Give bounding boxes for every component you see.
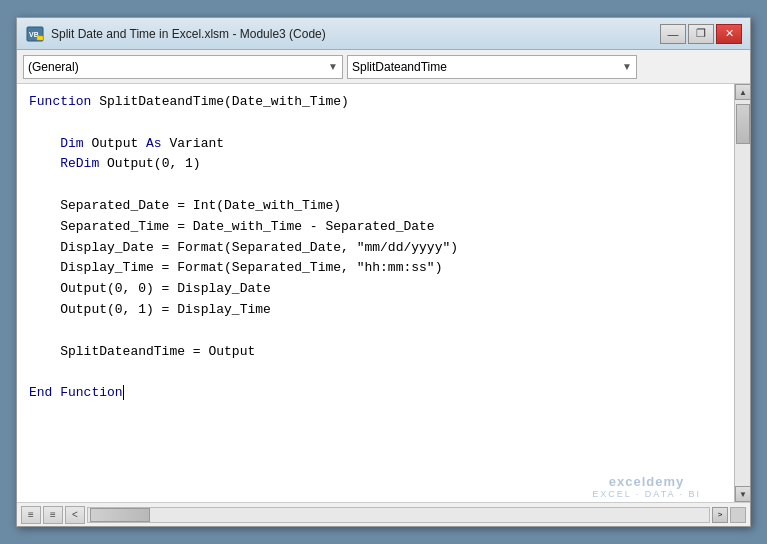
code-line-5 bbox=[29, 175, 722, 196]
code-container: Function SplitDateandTime(Date_with_Time… bbox=[17, 84, 750, 502]
general-dropdown[interactable]: (General) ▼ bbox=[23, 55, 343, 79]
code-line-12 bbox=[29, 321, 722, 342]
minimize-button[interactable]: — bbox=[660, 24, 686, 44]
vertical-scrollbar[interactable]: ▲ ▼ bbox=[734, 84, 750, 502]
procedure-dropdown[interactable]: SplitDateandTime ▼ bbox=[347, 55, 637, 79]
scroll-right-button[interactable]: > bbox=[712, 507, 728, 523]
restore-button[interactable]: ❐ bbox=[688, 24, 714, 44]
general-dropdown-label: (General) bbox=[28, 60, 79, 74]
code-line-15: End Function bbox=[29, 383, 722, 404]
window-title: Split Date and Time in Excel.xlsm - Modu… bbox=[51, 27, 660, 41]
scroll-thumb-v[interactable] bbox=[736, 104, 750, 144]
vba-editor-window: VB Split Date and Time in Excel.xlsm - M… bbox=[16, 17, 751, 527]
code-line-6: Separated_Date = Int(Date_with_Time) bbox=[29, 196, 722, 217]
code-line-11: Output(0, 1) = Display_Time bbox=[29, 300, 722, 321]
scroll-down-button[interactable]: ▼ bbox=[735, 486, 750, 502]
scroll-track-v bbox=[735, 100, 750, 486]
code-line-3: Dim Output As Variant bbox=[29, 134, 722, 155]
procedure-dropdown-arrow: ▼ bbox=[622, 61, 632, 72]
size-grip bbox=[730, 507, 746, 523]
view-btn-2[interactable]: ≡ bbox=[43, 506, 63, 524]
code-editor[interactable]: Function SplitDateandTime(Date_with_Time… bbox=[17, 84, 734, 502]
code-line-4: ReDim Output(0, 1) bbox=[29, 154, 722, 175]
view-btn-1[interactable]: ≡ bbox=[21, 506, 41, 524]
vba-icon: VB bbox=[25, 24, 45, 44]
title-bar: VB Split Date and Time in Excel.xlsm - M… bbox=[17, 18, 750, 50]
code-line-13: SplitDateandTime = Output bbox=[29, 342, 722, 363]
code-line-2 bbox=[29, 113, 722, 134]
status-bar: ≡ ≡ < > bbox=[17, 502, 750, 526]
scroll-thumb-h[interactable] bbox=[90, 508, 150, 522]
code-line-9: Display_Time = Format(Separated_Time, "h… bbox=[29, 258, 722, 279]
horizontal-scrollbar[interactable] bbox=[87, 507, 710, 523]
svg-rect-2 bbox=[37, 36, 43, 40]
code-line-10: Output(0, 0) = Display_Date bbox=[29, 279, 722, 300]
code-line-7: Separated_Time = Date_with_Time - Separa… bbox=[29, 217, 722, 238]
general-dropdown-arrow: ▼ bbox=[328, 61, 338, 72]
code-line-8: Display_Date = Format(Separated_Date, "m… bbox=[29, 238, 722, 259]
scroll-up-button[interactable]: ▲ bbox=[735, 84, 750, 100]
code-line-14 bbox=[29, 362, 722, 383]
procedure-dropdown-label: SplitDateandTime bbox=[352, 60, 447, 74]
close-button[interactable]: ✕ bbox=[716, 24, 742, 44]
window-controls: — ❐ ✕ bbox=[660, 24, 742, 44]
toolbar: (General) ▼ SplitDateandTime ▼ bbox=[17, 50, 750, 84]
code-line-1: Function SplitDateandTime(Date_with_Time… bbox=[29, 92, 722, 113]
scroll-left-button[interactable]: < bbox=[65, 506, 85, 524]
